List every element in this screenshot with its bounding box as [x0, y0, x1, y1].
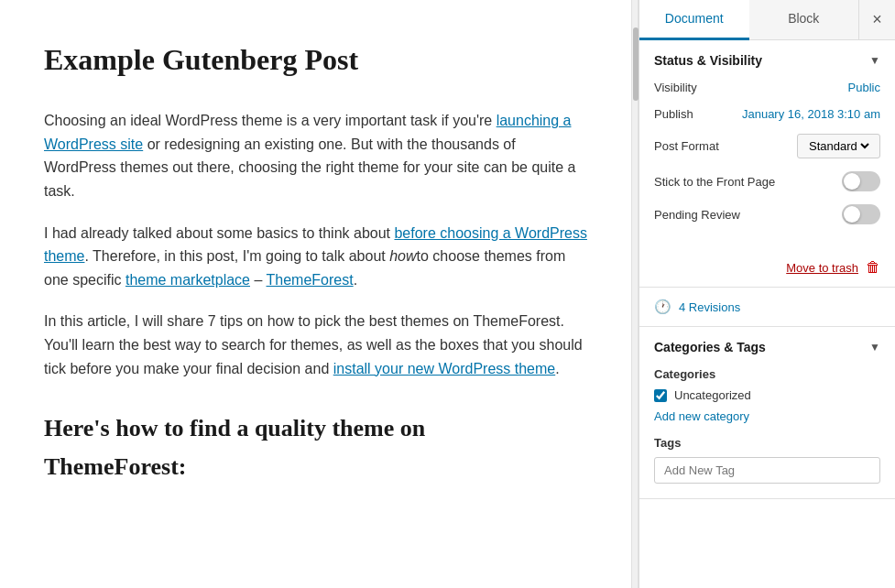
link-themeforest[interactable]: ThemeForest [267, 272, 354, 288]
paragraph-3: In this article, I will share 7 tips on … [44, 310, 587, 380]
uncategorized-checkbox[interactable] [654, 389, 667, 402]
revisions-link[interactable]: 4 Revisions [679, 300, 740, 314]
post-format-select[interactable]: Standard Aside Image Video Quote Link [797, 134, 880, 158]
sidebar-tab-bar: Document Block × [639, 0, 895, 40]
stick-front-label: Stick to the Front Page [654, 175, 775, 189]
categories-label: Categories [654, 367, 880, 381]
post-editor-content: Example Gutenberg Post Choosing an ideal… [0, 0, 631, 588]
revisions-icon: 🕐 [654, 299, 671, 315]
stick-front-row: Stick to the Front Page [654, 171, 880, 191]
categories-tags-header[interactable]: Categories & Tags ▼ [639, 327, 895, 367]
pending-review-row: Pending Review [654, 204, 880, 224]
publish-row: Publish January 16, 2018 3:10 am [654, 107, 880, 121]
tags-input[interactable] [654, 457, 880, 484]
chevron-down-icon-cats: ▼ [869, 341, 880, 354]
uncategorized-label: Uncategorized [674, 388, 751, 402]
revisions-row: 🕐 4 Revisions [639, 288, 895, 327]
chevron-down-icon: ▼ [869, 54, 880, 67]
subheading: Here's how to find a quality theme on Th… [44, 409, 587, 485]
paragraph-2: I had already talked about some basics t… [44, 222, 587, 292]
visibility-value[interactable]: Public [848, 81, 880, 94]
categories-tags-section: Categories & Tags ▼ Categories Uncategor… [639, 327, 895, 499]
publish-label: Publish [654, 107, 693, 121]
publish-date[interactable]: January 16, 2018 3:10 am [742, 107, 880, 121]
post-format-row: Post Format Standard Aside Image Video Q… [654, 134, 880, 158]
visibility-row: Visibility Public [654, 81, 880, 94]
post-format-dropdown[interactable]: Standard Aside Image Video Quote Link [805, 138, 872, 154]
uncategorized-checkbox-row: Uncategorized [654, 388, 880, 402]
stick-front-toggle[interactable] [842, 171, 880, 191]
status-visibility-section: Status & Visibility ▼ Visibility Public … [639, 40, 895, 288]
document-sidebar: Document Block × Status & Visibility ▼ V… [639, 0, 895, 588]
pending-review-toggle[interactable] [842, 204, 880, 224]
status-visibility-content: Visibility Public Publish January 16, 20… [639, 81, 895, 252]
tab-document[interactable]: Document [639, 0, 749, 40]
post-title: Example Gutenberg Post [44, 37, 587, 83]
close-button[interactable]: × [858, 0, 895, 40]
link-theme-marketplace[interactable]: theme marketplace [126, 272, 250, 288]
status-visibility-header[interactable]: Status & Visibility ▼ [639, 40, 895, 81]
link-install-theme[interactable]: install your new WordPress theme [333, 361, 555, 376]
visibility-label: Visibility [654, 81, 697, 94]
post-format-label: Post Format [654, 139, 719, 153]
trash-row: Move to trash 🗑 [639, 252, 895, 287]
pending-review-label: Pending Review [654, 208, 740, 222]
scrollbar-divider [631, 0, 639, 588]
move-to-trash-link[interactable]: Move to trash [786, 261, 858, 275]
paragraph-1: Choosing an ideal WordPress theme is a v… [44, 109, 587, 202]
trash-icon: 🗑 [866, 259, 880, 276]
categories-tags-content: Categories Uncategorized Add new categor… [639, 367, 895, 498]
add-category-link[interactable]: Add new category [654, 409, 880, 423]
tab-block[interactable]: Block [749, 0, 859, 40]
tags-label: Tags [654, 436, 880, 450]
